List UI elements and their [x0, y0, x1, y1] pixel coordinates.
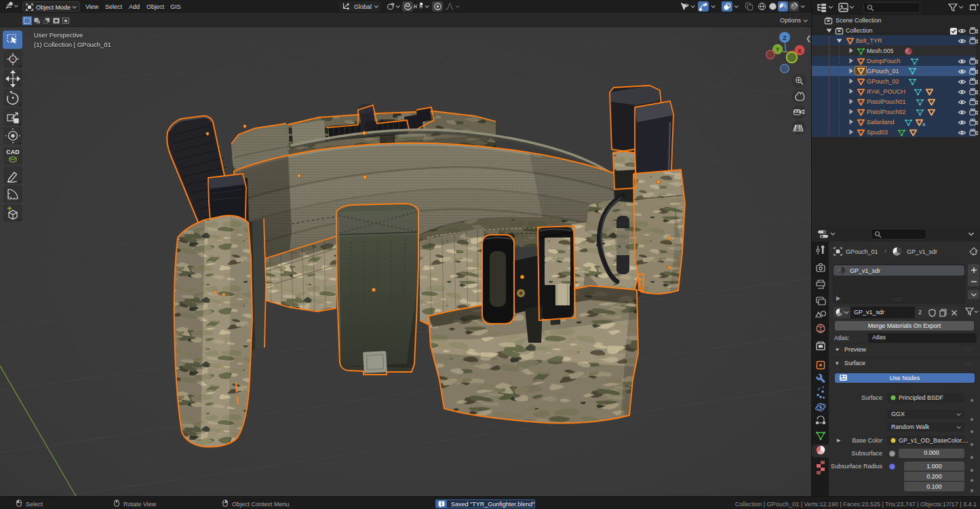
svg-text:Z: Z: [783, 35, 787, 41]
svg-text:Y: Y: [776, 46, 780, 53]
svg-text:X: X: [798, 48, 802, 54]
svg-text:CAD: CAD: [6, 149, 20, 155]
